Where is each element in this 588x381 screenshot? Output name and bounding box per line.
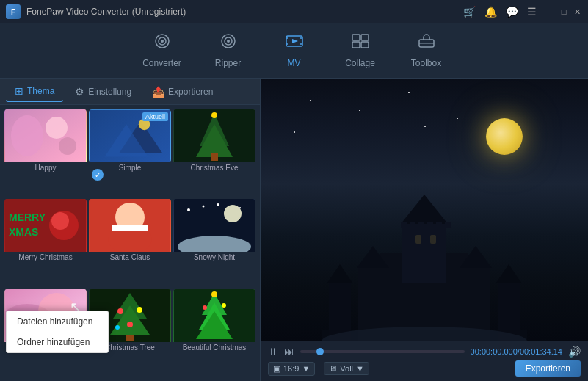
svg-point-85 [322,327,527,341]
svg-marker-67 [401,195,448,224]
bell-icon[interactable]: 🔔 [484,6,497,18]
tab-einstellung[interactable]: ⚙ Einstellung [66,81,140,102]
svg-rect-15 [361,42,369,48]
theme-happy[interactable]: Happy [4,109,87,197]
quality-value: Voll [340,364,353,373]
svg-rect-39 [112,225,148,231]
svg-point-5 [227,40,230,43]
moon-decoration [486,118,523,155]
svg-rect-80 [418,222,424,228]
toolbox-icon [417,33,436,54]
theme-snowy-night[interactable]: Snowy Night [173,199,255,286]
aspect-ratio-select[interactable]: ▣ 16:9 ▼ [268,362,315,376]
nav-toolbox-label: Toolbox [411,58,441,68]
volume-icon[interactable]: 🔊 [568,346,581,358]
dropdown-item-dateien[interactable]: Dateien hinzufügen [7,311,108,332]
svg-rect-83 [445,222,451,228]
svg-point-43 [187,208,190,211]
svg-point-63 [203,305,207,310]
window-controls: ─ □ ✕ [545,7,582,17]
svg-point-64 [222,303,226,308]
svg-point-41 [224,205,242,222]
export-icon: 📤 [152,86,164,98]
svg-point-44 [203,206,205,208]
svg-rect-12 [352,35,360,40]
svg-rect-66 [402,224,446,283]
svg-point-55 [137,307,142,313]
svg-rect-13 [361,35,369,40]
play-pause-button[interactable]: ⏸ [268,346,278,358]
chat-icon[interactable]: 💬 [506,6,518,18]
app-title: FonePaw Video Converter (Unregistriert) [26,7,463,17]
video-controls: ⏸ ⏭ 00:00:00.000/00:01:34.14 🔊 ▣ 16:9 ▼ … [261,341,588,381]
svg-marker-73 [327,264,352,283]
castle-svg [322,195,527,341]
tab-bar: ⊞ Thema ⚙ Einstellung 📤 Exportieren [0,79,260,105]
nav-converter[interactable]: Converter [129,25,195,76]
theme-badge-aktuell: Aktuell [142,112,168,121]
nav-collage[interactable]: Collage [327,25,393,76]
svg-marker-75 [496,264,521,283]
skip-button[interactable]: ⏭ [284,346,294,358]
svg-point-57 [115,325,120,330]
svg-rect-14 [352,42,360,48]
nav-toolbox[interactable]: Toolbox [393,25,460,76]
svg-rect-78 [401,222,407,228]
controls-row2: ▣ 16:9 ▼ 🖥 Voll ▼ Exportieren [268,360,581,377]
nav-mv[interactable]: MV [261,25,327,76]
nav-collage-label: Collage [345,58,375,68]
svg-marker-7 [292,39,298,43]
dropdown-menu: Dateien hinzufügen Ordner hinzufügen [6,311,109,353]
svg-rect-81 [427,222,433,228]
svg-text:XMAS: XMAS [9,226,38,238]
video-preview [261,79,588,341]
theme-simple[interactable]: Aktuell ✓ Simple [89,109,171,197]
right-panel: ⏸ ⏭ 00:00:00.000/00:01:34.14 🔊 ▣ 16:9 ▼ … [261,79,588,381]
converter-icon [153,33,172,54]
svg-point-21 [59,137,76,155]
svg-point-46 [239,207,241,208]
svg-rect-82 [436,222,442,228]
theme-christmas-eve[interactable]: Christmas Eve [173,109,255,197]
ratio-chevron: ▼ [302,364,310,373]
window-toolbar: 🛒 🔔 💬 ☰ [463,6,537,18]
nav-bar: Converter Ripper MV [0,23,588,79]
dropdown-item-ordner[interactable]: Ordner hinzufügen [7,332,108,352]
video-background [261,79,588,341]
menu-icon[interactable]: ☰ [527,6,537,18]
monitor-icon: 🖥 [329,364,337,373]
tab-exportieren[interactable]: 📤 Exportieren [143,81,222,102]
tab-thema[interactable]: ⊞ Thema [6,81,63,102]
svg-point-30 [211,112,217,118]
grid-icon: ⊞ [15,85,23,97]
progress-dot [316,348,324,355]
svg-rect-53 [126,335,134,341]
theme-santa-claus[interactable]: Santa Claus [89,199,171,286]
svg-point-62 [211,291,217,297]
title-bar: F FonePaw Video Converter (Unregistriert… [0,0,588,23]
svg-point-20 [46,117,68,139]
nav-ripper[interactable]: Ripper [195,25,261,76]
mv-icon [285,33,304,54]
svg-point-19 [11,115,43,156]
app-logo: F [6,4,21,19]
settings-icon: ⚙ [75,86,84,98]
cart-icon[interactable]: 🛒 [463,6,476,18]
theme-merry-christmas[interactable]: MERRY XMAS Merry Christmas [4,199,87,286]
quality-select[interactable]: 🖥 Voll ▼ [324,362,369,375]
collage-icon [351,33,370,54]
progress-bar[interactable] [300,350,465,353]
svg-point-56 [127,322,133,327]
theme-selected-check: ✓ [92,169,104,181]
theme-beautiful-christmas[interactable]: Beautiful Christmas [173,289,255,377]
export-button[interactable]: Exportieren [515,360,581,377]
minimize-button[interactable]: ─ [545,7,556,17]
quality-chevron: ▼ [356,364,364,373]
maximize-button[interactable]: □ [559,7,569,17]
svg-rect-79 [410,222,415,228]
svg-point-54 [117,308,123,314]
ratio-value: 16:9 [283,364,299,373]
close-button[interactable]: ✕ [572,7,582,17]
svg-rect-76 [415,235,421,244]
controls-row1: ⏸ ⏭ 00:00:00.000/00:01:34.14 🔊 [268,346,581,358]
